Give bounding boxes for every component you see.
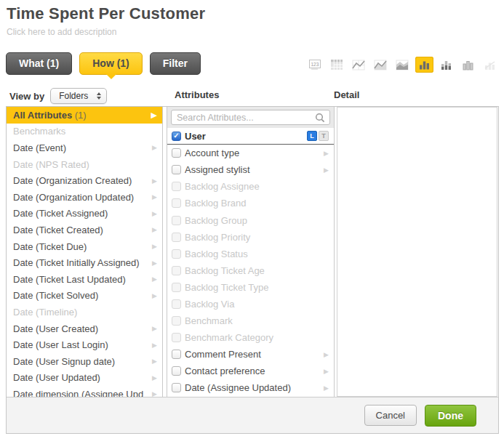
- attribute-item[interactable]: Account type▶: [167, 145, 334, 161]
- attribute-item[interactable]: Assigned stylist▶: [167, 161, 334, 178]
- attribute-item-label: Backlog Status: [185, 249, 329, 259]
- folder-item[interactable]: Date (Organization Created)▶: [7, 172, 162, 189]
- folder-item-label: Date (User Signup date): [13, 356, 152, 367]
- view-by-row: View by Folders: [9, 88, 107, 104]
- folder-item[interactable]: Date (Ticket Assigned)▶: [7, 206, 162, 222]
- folder-item[interactable]: Date (User Last Login)▶: [7, 336, 162, 353]
- folder-item-label: Date (Ticket Last Updated): [13, 274, 152, 285]
- how-panel: All Attributes (1)▶BenchmarksDate (Event…: [6, 106, 499, 434]
- folder-item: Benchmarks: [7, 124, 162, 140]
- line-area-icon[interactable]: [372, 57, 390, 73]
- attribute-item-label: Benchmark: [185, 315, 329, 326]
- folder-item-label: Date (Ticket Assigned): [13, 208, 152, 219]
- attribute-item: Backlog Group: [167, 211, 334, 228]
- description-placeholder[interactable]: Click here to add description: [7, 27, 116, 37]
- folder-item-count: (1): [72, 110, 87, 121]
- folder-item[interactable]: Date dimension (Assignee Upd▶: [7, 386, 162, 397]
- attribute-item-label: Backlog Ticket Age: [185, 265, 329, 276]
- attribute-item: Backlog Priority: [167, 229, 334, 246]
- attribute-item[interactable]: ✓UserLT: [167, 128, 334, 145]
- chevron-right-icon: ▶: [152, 226, 157, 233]
- attribute-item: Benchmark: [167, 312, 334, 329]
- folder-item-label: All Attributes (1): [13, 110, 151, 121]
- checkbox-icon[interactable]: [172, 350, 181, 359]
- checkbox-checked-icon[interactable]: ✓: [172, 132, 181, 141]
- checkbox-icon: [172, 216, 181, 225]
- folder-item-label: Date (Ticket Solved): [13, 290, 152, 301]
- attribute-item-label: Backlog Ticket Type: [185, 282, 329, 293]
- footer-bar: Cancel Done: [7, 397, 498, 433]
- bar-chart-icon[interactable]: [415, 57, 433, 73]
- attribute-item: Backlog Assignee: [167, 178, 334, 195]
- chevron-right-icon: ▶: [152, 259, 157, 267]
- attribute-item: Backlog Ticket Age: [167, 262, 334, 279]
- folder-item[interactable]: Date (Ticket Solved)▶: [7, 288, 162, 304]
- attribute-item[interactable]: Comment Present▶: [167, 346, 334, 363]
- attribute-item-label: Benchmark Category: [185, 332, 329, 343]
- folder-item[interactable]: All Attributes (1)▶: [7, 107, 162, 124]
- attribute-item-label: Backlog Priority: [185, 232, 329, 243]
- checkbox-icon[interactable]: [172, 165, 181, 174]
- attribute-item[interactable]: Date (Assignee Updated)▶: [167, 379, 334, 396]
- updown-arrows-icon: [97, 92, 101, 100]
- column-chart-icon[interactable]: [459, 57, 477, 73]
- badge-l[interactable]: L: [307, 131, 317, 141]
- badge-t[interactable]: T: [319, 131, 329, 141]
- detail-column-header: Detail: [334, 89, 359, 100]
- search-icon: [314, 112, 327, 127]
- folder-item[interactable]: Date (User Updated)▶: [7, 370, 162, 387]
- attribute-item-label: Backlog Assignee: [185, 181, 329, 192]
- folder-item[interactable]: Date (Organization Updated)▶: [7, 189, 162, 206]
- stacked-area-icon[interactable]: [393, 57, 412, 73]
- checkbox-icon[interactable]: [172, 383, 181, 392]
- checkbox-icon[interactable]: [172, 148, 181, 158]
- checkbox-icon[interactable]: [172, 366, 181, 376]
- chevron-right-icon: ▶: [152, 342, 157, 349]
- bullet-chart-icon[interactable]: [481, 57, 499, 73]
- attribute-item: Backlog Ticket Type: [167, 279, 334, 296]
- done-button[interactable]: Done: [425, 405, 476, 427]
- tab-filter[interactable]: Filter: [150, 52, 201, 75]
- attribute-item-label: Backlog Via: [185, 299, 329, 310]
- checkbox-icon: [172, 316, 181, 326]
- search-input[interactable]: [172, 111, 329, 125]
- checkbox-icon: [172, 233, 181, 242]
- attributes-list: ✓UserLTAccount type▶Assigned stylist▶Bac…: [167, 128, 334, 397]
- stacked-bar-icon[interactable]: [437, 57, 455, 73]
- line-chart-icon[interactable]: [350, 57, 368, 73]
- folder-item-label: Date (Ticket Created): [13, 225, 152, 235]
- attributes-column-header: Attributes: [175, 89, 219, 100]
- view-by-select[interactable]: Folders: [50, 88, 107, 104]
- folder-item-label: Date (Timeline): [13, 307, 157, 318]
- attribute-item: Backlog Status: [167, 246, 334, 262]
- chevron-right-icon: ▶: [152, 193, 157, 201]
- attribute-item: Benchmark Category: [167, 329, 334, 346]
- folder-item[interactable]: Date (User Signup date)▶: [7, 353, 162, 370]
- headline-123-icon[interactable]: 123: [306, 57, 324, 73]
- svg-text:123: 123: [311, 61, 319, 66]
- attribute-item: Backlog Via: [167, 296, 334, 312]
- chevron-right-icon: ▶: [152, 243, 157, 250]
- tab-what[interactable]: What (1): [6, 52, 72, 75]
- attributes-column: ✓UserLTAccount type▶Assigned stylist▶Bac…: [167, 107, 335, 397]
- folder-item[interactable]: Date (User Created)▶: [7, 320, 162, 337]
- page-title: Time Spent Per Customer: [7, 4, 205, 23]
- folder-item[interactable]: Date (Ticket Due)▶: [7, 238, 162, 255]
- folder-item[interactable]: Date (Ticket Created)▶: [7, 222, 162, 238]
- checkbox-icon: [172, 198, 181, 208]
- attribute-item-label: Date (Assignee Updated): [185, 382, 324, 393]
- folder-item-label: Benchmarks: [13, 126, 157, 137]
- folder-item[interactable]: Date (Ticket Last Updated)▶: [7, 271, 162, 288]
- checkbox-icon: [172, 283, 181, 292]
- chevron-right-icon: ▶: [152, 325, 157, 332]
- folder-item[interactable]: Date (Ticket Initially Assigned)▶: [7, 254, 162, 271]
- folder-item-label: Date (Organization Updated): [13, 192, 152, 203]
- attribute-item-label: Backlog Group: [185, 215, 329, 226]
- cancel-button[interactable]: Cancel: [364, 405, 417, 426]
- folder-item[interactable]: Date (Event)▶: [7, 140, 162, 156]
- checkbox-icon: [172, 266, 181, 275]
- chevron-right-icon: ▶: [152, 210, 157, 217]
- table-icon[interactable]: [328, 57, 346, 73]
- attribute-item[interactable]: Contact preference▶: [167, 363, 334, 379]
- tab-how[interactable]: How (1): [79, 52, 143, 75]
